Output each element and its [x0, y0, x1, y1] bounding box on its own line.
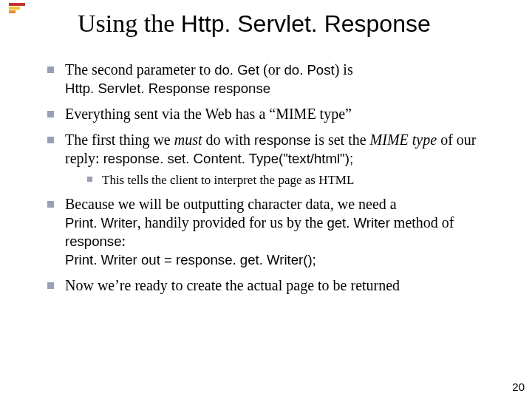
- accent-decoration: [9, 3, 25, 13]
- bullet-item: Now we’re ready to create the actual pag…: [44, 276, 502, 295]
- slide-body: The second parameter to do. Get (or do. …: [44, 61, 502, 302]
- text-run: The second parameter to: [65, 61, 214, 78]
- text-run: , handily provided for us by the: [137, 214, 327, 231]
- text-run: must: [174, 132, 202, 148]
- bullet-list: The second parameter to do. Get (or do. …: [44, 61, 502, 295]
- text-run: The first thing we: [65, 132, 174, 148]
- text-run: Print. Writer: [65, 215, 137, 231]
- text-run: response: [65, 233, 122, 249]
- text-run: is set the: [311, 132, 370, 148]
- text-run: ) is: [335, 61, 353, 78]
- slide-title: Using the Http. Servlet. Response: [78, 9, 431, 38]
- text-run: Because we will be outputting character …: [65, 196, 397, 212]
- sub-bullet-item: This tells the client to interpret the p…: [65, 172, 502, 188]
- text-run: (or: [259, 61, 284, 78]
- title-code: Http. Servlet. Response: [181, 10, 431, 37]
- text-run: :: [122, 233, 126, 249]
- slide: Using the Http. Servlet. Response The se…: [0, 0, 532, 399]
- text-run: do. Post: [284, 62, 334, 78]
- bullet-item: The first thing we must do with response…: [44, 131, 502, 188]
- page-number: 20: [512, 381, 525, 393]
- text-run: do with: [202, 132, 255, 148]
- sub-bullet-list: This tells the client to interpret the p…: [65, 172, 502, 188]
- text-run: Now we’re ready to create the actual pag…: [65, 277, 400, 293]
- bullet-item: The second parameter to do. Get (or do. …: [44, 61, 502, 98]
- text-run: get. Writer: [327, 215, 389, 231]
- text-run: do. Get: [214, 62, 259, 78]
- text-run: Everything sent via the Web has a “MIME …: [65, 106, 352, 122]
- text-run: response: [254, 132, 311, 148]
- bullet-item: Everything sent via the Web has a “MIME …: [44, 105, 502, 123]
- text-run: Print. Writer out = response. get. Write…: [65, 252, 316, 267]
- text-run: response. set. Content. Type("text/html"…: [103, 151, 353, 166]
- bullet-item: Because we will be outputting character …: [44, 195, 502, 269]
- text-run: method of: [390, 214, 454, 231]
- text-run: Http. Servlet. Response response: [65, 81, 270, 96]
- text-run: This tells the client to interpret the p…: [102, 173, 354, 187]
- title-prefix: Using the: [78, 10, 181, 37]
- text-run: MIME type: [370, 132, 437, 148]
